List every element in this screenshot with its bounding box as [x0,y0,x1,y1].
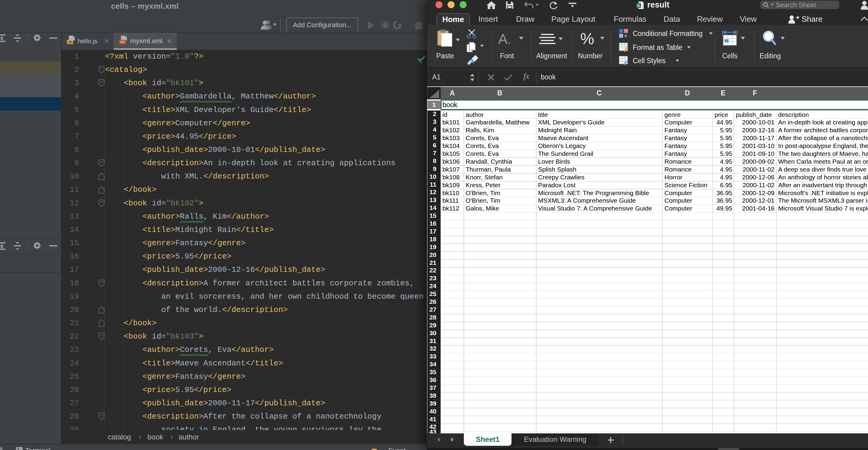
svg-text:X: X [637,3,640,8]
svg-text:≠: ≠ [625,33,627,38]
svg-text:JS: JS [68,40,72,44]
svg-text:<>: <> [120,40,125,44]
